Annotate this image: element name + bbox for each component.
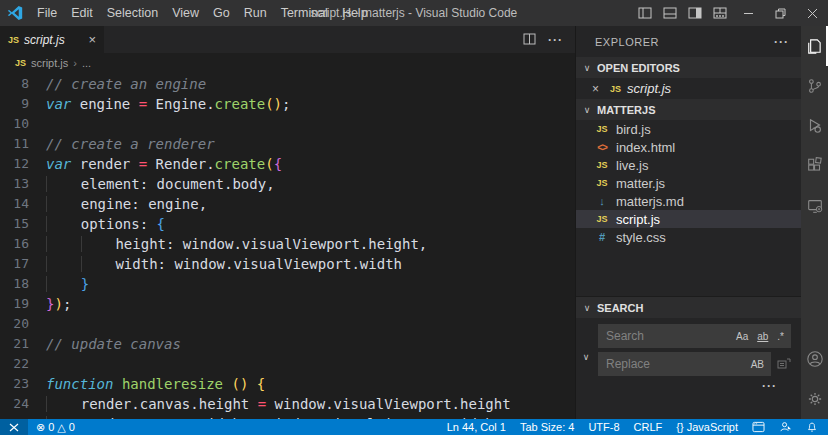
chevron-down-icon: ∨ xyxy=(580,63,594,73)
code-line[interactable]: 16 height: window.visualViewport.height, xyxy=(0,234,575,254)
close-window-button[interactable] xyxy=(796,0,828,26)
open-editor-item[interactable]: ×JSscript.js xyxy=(576,78,801,99)
code-line[interactable]: 8// create an engine xyxy=(0,74,575,94)
code-line[interactable]: 21// update canvas xyxy=(0,334,575,354)
language-label: JavaScript xyxy=(687,421,738,433)
match-whole-word-icon[interactable]: ab xyxy=(755,330,770,343)
tab-close-icon[interactable]: × xyxy=(88,32,96,47)
code-line[interactable]: 22 xyxy=(0,354,575,374)
toggle-replace-icon[interactable]: ∨ xyxy=(579,352,593,362)
activitybar-extensions[interactable] xyxy=(801,146,828,186)
status-item-0[interactable]: Ln 44, Col 1 xyxy=(447,421,506,433)
settings-icon xyxy=(806,390,824,408)
search-header[interactable]: ∨ SEARCH xyxy=(576,297,801,318)
search-placeholder: Search xyxy=(606,329,734,343)
search-more-actions-icon[interactable]: ··· xyxy=(598,376,791,393)
replace-input[interactable]: Replace AB xyxy=(598,352,771,376)
remote-indicator-icon[interactable] xyxy=(0,419,28,435)
close-editor-icon[interactable]: × xyxy=(592,82,604,96)
file-item-matterjs-md[interactable]: ↓matterjs.md xyxy=(576,192,801,210)
activitybar-run-and-debug[interactable] xyxy=(801,106,828,146)
code-line[interactable]: 17 width: window.visualViewport.width xyxy=(0,254,575,274)
error-icon: ⊗ xyxy=(36,421,45,434)
file-item-matter-js[interactable]: JSmatter.js xyxy=(576,174,801,192)
minimize-button[interactable] xyxy=(732,0,764,26)
js-file-icon: JS xyxy=(15,58,26,68)
line-number: 22 xyxy=(0,354,46,374)
file-item-script-js[interactable]: JSscript.js xyxy=(576,210,801,228)
code-line[interactable]: 25 render.canvas.width = window.visualVi… xyxy=(0,414,575,419)
line-number: 11 xyxy=(0,134,46,154)
toggle-panel-left-icon[interactable] xyxy=(632,0,657,26)
activitybar-account[interactable] xyxy=(801,339,828,379)
menu-view[interactable]: View xyxy=(165,0,206,26)
preserve-case-icon[interactable]: AB xyxy=(749,358,766,371)
explorer-more-actions-icon[interactable]: ··· xyxy=(774,35,789,49)
status-item-1[interactable]: Tab Size: 4 xyxy=(520,421,574,433)
file-item-style-css[interactable]: #style.css xyxy=(576,228,801,246)
status-item-2[interactable]: UTF-8 xyxy=(588,421,619,433)
menu-run[interactable]: Run xyxy=(237,0,274,26)
code-editor[interactable]: 8// create an engine9var engine = Engine… xyxy=(0,72,575,419)
code-line[interactable]: 15 options: { xyxy=(0,214,575,234)
code-line[interactable]: 19}); xyxy=(0,294,575,314)
activitybar-source-control[interactable] xyxy=(801,66,828,106)
more-actions-icon[interactable]: ··· xyxy=(548,33,563,47)
line-number: 12 xyxy=(0,154,46,174)
line-content: function handleresize () { xyxy=(46,374,265,394)
tab-scriptjs[interactable]: JS script.js × xyxy=(0,26,104,53)
line-number: 17 xyxy=(0,254,46,274)
toggle-panel-bottom-icon[interactable] xyxy=(657,0,682,26)
notifications-icon[interactable] xyxy=(806,421,818,433)
activitybar-settings[interactable] xyxy=(801,379,828,419)
code-line[interactable]: 23function handleresize () { xyxy=(0,374,575,394)
feedback-icon[interactable] xyxy=(779,421,792,433)
use-regex-icon[interactable]: .* xyxy=(775,330,786,343)
file-item-bird-js[interactable]: JSbird.js xyxy=(576,120,801,138)
code-line[interactable]: 9var engine = Engine.create(); xyxy=(0,94,575,114)
project-header[interactable]: ∨ MATTERJS xyxy=(576,99,801,120)
menu-selection[interactable]: Selection xyxy=(100,0,165,26)
code-line[interactable]: 10 xyxy=(0,114,575,134)
breadcrumb-file[interactable]: script.js xyxy=(31,57,68,69)
line-content: engine: engine, xyxy=(46,194,207,214)
code-line[interactable]: 18 } xyxy=(0,274,575,294)
language-indicator[interactable]: {}JavaScript xyxy=(676,421,738,433)
chevron-down-icon: ∨ xyxy=(580,105,594,115)
match-case-icon[interactable]: Aa xyxy=(734,330,750,343)
search-input[interactable]: Search Aaab.* xyxy=(598,324,791,348)
line-number: 21 xyxy=(0,334,46,354)
explorer-title: EXPLORER xyxy=(595,36,659,48)
file-tree: JSbird.js<>index.htmlJSlive.jsJSmatter.j… xyxy=(576,120,801,246)
status-item-3[interactable]: CRLF xyxy=(634,421,663,433)
code-line[interactable]: 13 element: document.body, xyxy=(0,174,575,194)
breadcrumb[interactable]: JS script.js › ... xyxy=(0,53,575,72)
customize-layout-icon[interactable] xyxy=(707,0,732,26)
activitybar-remote-explorer[interactable] xyxy=(801,186,828,226)
md-file-icon: ↓ xyxy=(595,195,609,207)
breadcrumb-symbol[interactable]: ... xyxy=(82,57,91,69)
code-line[interactable]: 12var render = Render.create({ xyxy=(0,154,575,174)
replace-all-icon[interactable] xyxy=(777,357,791,371)
menu-file[interactable]: File xyxy=(30,0,64,26)
code-line[interactable]: 20 xyxy=(0,314,575,334)
browser-icon[interactable] xyxy=(752,421,765,433)
split-editor-icon[interactable] xyxy=(523,31,536,49)
code-line[interactable]: 14 engine: engine, xyxy=(0,194,575,214)
activitybar-explorer[interactable] xyxy=(801,26,828,66)
menu-go[interactable]: Go xyxy=(206,0,237,26)
file-item-index-html[interactable]: <>index.html xyxy=(576,138,801,156)
restore-button[interactable] xyxy=(764,0,796,26)
line-number: 9 xyxy=(0,94,46,114)
line-content: // create a renderer xyxy=(46,134,215,154)
code-line[interactable]: 11// create a renderer xyxy=(0,134,575,154)
menu-edit[interactable]: Edit xyxy=(64,0,100,26)
vscode-logo-icon xyxy=(0,5,30,21)
problems-status[interactable]: ⊗ 0 △ 0 xyxy=(36,421,75,434)
toggle-panel-right-icon[interactable] xyxy=(682,0,707,26)
source-control-icon xyxy=(806,77,824,95)
file-item-live-js[interactable]: JSlive.js xyxy=(576,156,801,174)
open-editors-header[interactable]: ∨ OPEN EDITORS xyxy=(576,57,801,78)
code-line[interactable]: 24 render.canvas.height = window.visualV… xyxy=(0,394,575,414)
line-number: 16 xyxy=(0,234,46,254)
